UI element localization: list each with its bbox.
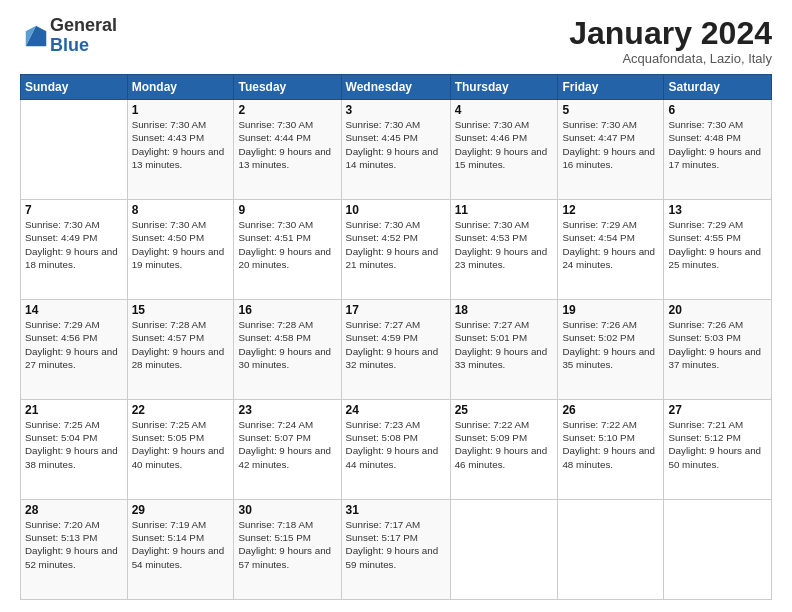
cell-info: Sunrise: 7:18 AMSunset: 5:15 PMDaylight:…	[238, 518, 336, 571]
cell-day-number: 4	[455, 103, 554, 117]
calendar-cell: 11Sunrise: 7:30 AMSunset: 4:53 PMDayligh…	[450, 200, 558, 300]
calendar-cell	[21, 100, 128, 200]
cell-info: Sunrise: 7:25 AMSunset: 5:05 PMDaylight:…	[132, 418, 230, 471]
cell-day-number: 10	[346, 203, 446, 217]
calendar-cell: 16Sunrise: 7:28 AMSunset: 4:58 PMDayligh…	[234, 300, 341, 400]
day-of-week-monday: Monday	[127, 75, 234, 100]
calendar-cell: 8Sunrise: 7:30 AMSunset: 4:50 PMDaylight…	[127, 200, 234, 300]
cell-day-number: 30	[238, 503, 336, 517]
title-block: January 2024 Acquafondata, Lazio, Italy	[569, 16, 772, 66]
calendar-cell: 12Sunrise: 7:29 AMSunset: 4:54 PMDayligh…	[558, 200, 664, 300]
logo-icon	[22, 22, 50, 50]
calendar-week-4: 21Sunrise: 7:25 AMSunset: 5:04 PMDayligh…	[21, 400, 772, 500]
location: Acquafondata, Lazio, Italy	[569, 51, 772, 66]
cell-day-number: 8	[132, 203, 230, 217]
calendar-week-3: 14Sunrise: 7:29 AMSunset: 4:56 PMDayligh…	[21, 300, 772, 400]
calendar-cell: 10Sunrise: 7:30 AMSunset: 4:52 PMDayligh…	[341, 200, 450, 300]
cell-info: Sunrise: 7:30 AMSunset: 4:53 PMDaylight:…	[455, 218, 554, 271]
calendar-cell: 7Sunrise: 7:30 AMSunset: 4:49 PMDaylight…	[21, 200, 128, 300]
cell-info: Sunrise: 7:28 AMSunset: 4:58 PMDaylight:…	[238, 318, 336, 371]
cell-info: Sunrise: 7:30 AMSunset: 4:51 PMDaylight:…	[238, 218, 336, 271]
cell-day-number: 1	[132, 103, 230, 117]
cell-info: Sunrise: 7:30 AMSunset: 4:44 PMDaylight:…	[238, 118, 336, 171]
calendar-cell: 27Sunrise: 7:21 AMSunset: 5:12 PMDayligh…	[664, 400, 772, 500]
cell-info: Sunrise: 7:21 AMSunset: 5:12 PMDaylight:…	[668, 418, 767, 471]
calendar-cell: 15Sunrise: 7:28 AMSunset: 4:57 PMDayligh…	[127, 300, 234, 400]
calendar-cell: 2Sunrise: 7:30 AMSunset: 4:44 PMDaylight…	[234, 100, 341, 200]
month-title: January 2024	[569, 16, 772, 51]
calendar-cell: 3Sunrise: 7:30 AMSunset: 4:45 PMDaylight…	[341, 100, 450, 200]
cell-info: Sunrise: 7:30 AMSunset: 4:46 PMDaylight:…	[455, 118, 554, 171]
calendar-cell: 14Sunrise: 7:29 AMSunset: 4:56 PMDayligh…	[21, 300, 128, 400]
header: General Blue January 2024 Acquafondata, …	[20, 16, 772, 66]
calendar-cell: 13Sunrise: 7:29 AMSunset: 4:55 PMDayligh…	[664, 200, 772, 300]
day-of-week-sunday: Sunday	[21, 75, 128, 100]
cell-day-number: 18	[455, 303, 554, 317]
cell-day-number: 24	[346, 403, 446, 417]
cell-day-number: 26	[562, 403, 659, 417]
cell-info: Sunrise: 7:30 AMSunset: 4:49 PMDaylight:…	[25, 218, 123, 271]
calendar-cell	[450, 500, 558, 600]
cell-info: Sunrise: 7:20 AMSunset: 5:13 PMDaylight:…	[25, 518, 123, 571]
cell-info: Sunrise: 7:19 AMSunset: 5:14 PMDaylight:…	[132, 518, 230, 571]
cell-info: Sunrise: 7:22 AMSunset: 5:09 PMDaylight:…	[455, 418, 554, 471]
calendar-cell: 5Sunrise: 7:30 AMSunset: 4:47 PMDaylight…	[558, 100, 664, 200]
calendar-week-1: 1Sunrise: 7:30 AMSunset: 4:43 PMDaylight…	[21, 100, 772, 200]
calendar-cell: 1Sunrise: 7:30 AMSunset: 4:43 PMDaylight…	[127, 100, 234, 200]
calendar-cell: 19Sunrise: 7:26 AMSunset: 5:02 PMDayligh…	[558, 300, 664, 400]
logo: General Blue	[20, 16, 117, 56]
cell-info: Sunrise: 7:26 AMSunset: 5:03 PMDaylight:…	[668, 318, 767, 371]
logo-text: General Blue	[50, 16, 117, 56]
cell-info: Sunrise: 7:30 AMSunset: 4:45 PMDaylight:…	[346, 118, 446, 171]
calendar-cell: 25Sunrise: 7:22 AMSunset: 5:09 PMDayligh…	[450, 400, 558, 500]
cell-day-number: 17	[346, 303, 446, 317]
page: General Blue January 2024 Acquafondata, …	[0, 0, 792, 612]
cell-day-number: 21	[25, 403, 123, 417]
cell-info: Sunrise: 7:17 AMSunset: 5:17 PMDaylight:…	[346, 518, 446, 571]
cell-info: Sunrise: 7:29 AMSunset: 4:55 PMDaylight:…	[668, 218, 767, 271]
calendar-cell: 6Sunrise: 7:30 AMSunset: 4:48 PMDaylight…	[664, 100, 772, 200]
logo-general: General	[50, 16, 117, 36]
cell-day-number: 12	[562, 203, 659, 217]
cell-day-number: 5	[562, 103, 659, 117]
cell-info: Sunrise: 7:28 AMSunset: 4:57 PMDaylight:…	[132, 318, 230, 371]
cell-day-number: 6	[668, 103, 767, 117]
calendar-cell: 28Sunrise: 7:20 AMSunset: 5:13 PMDayligh…	[21, 500, 128, 600]
calendar-cell: 26Sunrise: 7:22 AMSunset: 5:10 PMDayligh…	[558, 400, 664, 500]
calendar-week-5: 28Sunrise: 7:20 AMSunset: 5:13 PMDayligh…	[21, 500, 772, 600]
cell-day-number: 11	[455, 203, 554, 217]
cell-info: Sunrise: 7:23 AMSunset: 5:08 PMDaylight:…	[346, 418, 446, 471]
cell-day-number: 25	[455, 403, 554, 417]
logo-blue: Blue	[50, 36, 117, 56]
cell-info: Sunrise: 7:29 AMSunset: 4:56 PMDaylight:…	[25, 318, 123, 371]
cell-info: Sunrise: 7:30 AMSunset: 4:52 PMDaylight:…	[346, 218, 446, 271]
cell-day-number: 16	[238, 303, 336, 317]
calendar-cell: 17Sunrise: 7:27 AMSunset: 4:59 PMDayligh…	[341, 300, 450, 400]
calendar-cell: 24Sunrise: 7:23 AMSunset: 5:08 PMDayligh…	[341, 400, 450, 500]
cell-info: Sunrise: 7:25 AMSunset: 5:04 PMDaylight:…	[25, 418, 123, 471]
calendar-cell: 22Sunrise: 7:25 AMSunset: 5:05 PMDayligh…	[127, 400, 234, 500]
cell-info: Sunrise: 7:30 AMSunset: 4:50 PMDaylight:…	[132, 218, 230, 271]
day-of-week-saturday: Saturday	[664, 75, 772, 100]
cell-info: Sunrise: 7:30 AMSunset: 4:43 PMDaylight:…	[132, 118, 230, 171]
day-of-week-friday: Friday	[558, 75, 664, 100]
cell-info: Sunrise: 7:24 AMSunset: 5:07 PMDaylight:…	[238, 418, 336, 471]
calendar-cell	[558, 500, 664, 600]
cell-day-number: 31	[346, 503, 446, 517]
day-of-week-thursday: Thursday	[450, 75, 558, 100]
day-of-week-tuesday: Tuesday	[234, 75, 341, 100]
day-of-week-wednesday: Wednesday	[341, 75, 450, 100]
cell-day-number: 15	[132, 303, 230, 317]
cell-day-number: 14	[25, 303, 123, 317]
cell-day-number: 2	[238, 103, 336, 117]
calendar-cell	[664, 500, 772, 600]
calendar-table: SundayMondayTuesdayWednesdayThursdayFrid…	[20, 74, 772, 600]
calendar-cell: 23Sunrise: 7:24 AMSunset: 5:07 PMDayligh…	[234, 400, 341, 500]
cell-day-number: 27	[668, 403, 767, 417]
cell-info: Sunrise: 7:26 AMSunset: 5:02 PMDaylight:…	[562, 318, 659, 371]
calendar-cell: 29Sunrise: 7:19 AMSunset: 5:14 PMDayligh…	[127, 500, 234, 600]
calendar-cell: 20Sunrise: 7:26 AMSunset: 5:03 PMDayligh…	[664, 300, 772, 400]
cell-info: Sunrise: 7:29 AMSunset: 4:54 PMDaylight:…	[562, 218, 659, 271]
cell-day-number: 29	[132, 503, 230, 517]
calendar-cell: 31Sunrise: 7:17 AMSunset: 5:17 PMDayligh…	[341, 500, 450, 600]
